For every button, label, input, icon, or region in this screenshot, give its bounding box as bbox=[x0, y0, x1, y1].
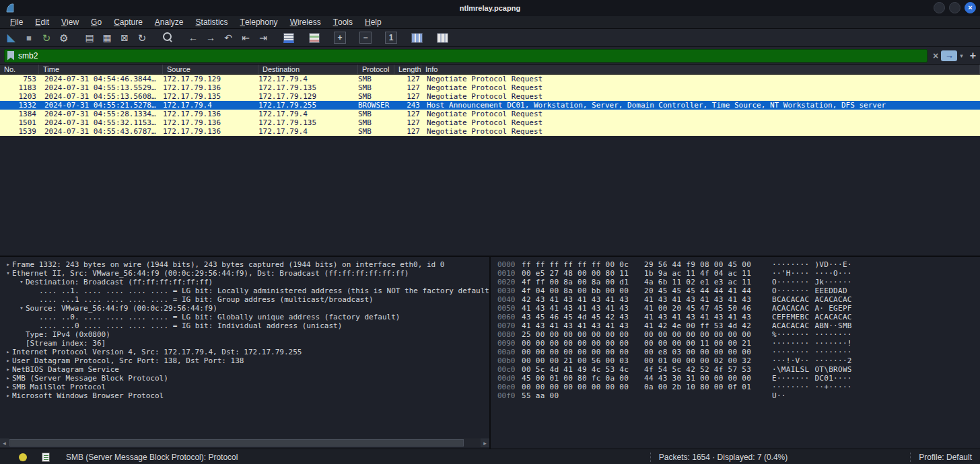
go-to-packet-icon[interactable]: ↶ bbox=[221, 30, 236, 45]
save-file-icon[interactable]: ▦ bbox=[100, 30, 114, 45]
expand-arrow-icon[interactable]: ▸ bbox=[4, 260, 12, 269]
hex-row[interactable]: 008025 00 00 00 00 00 00 0000 00 00 00 0… bbox=[497, 330, 980, 339]
go-last-packet-icon[interactable]: ⇥ bbox=[256, 30, 271, 45]
expand-arrow-icon[interactable]: ▾ bbox=[18, 278, 26, 286]
go-forward-icon[interactable]: → bbox=[203, 30, 218, 45]
detail-lg-bit-src[interactable]: .... ..0. .... .... .... .... = LG bit: … bbox=[0, 313, 489, 321]
hex-row[interactable]: 004042 43 41 43 41 43 41 4341 43 41 43 4… bbox=[497, 295, 980, 304]
menu-analyze[interactable]: Analyze bbox=[149, 16, 190, 28]
menu-file[interactable]: File bbox=[4, 16, 29, 28]
detail-frame[interactable]: ▸Frame 1332: 243 bytes on wire (1944 bit… bbox=[0, 260, 489, 269]
menu-statistics[interactable]: Statistics bbox=[190, 16, 234, 28]
zoom-in-icon[interactable]: + bbox=[334, 32, 346, 44]
detail-smb[interactable]: ▸SMB (Server Message Block Protocol) bbox=[0, 374, 489, 383]
hex-row[interactable]: 0000ff ff ff ff ff ff 00 0c29 56 44 f9 0… bbox=[497, 260, 980, 269]
filter-bookmark-icon[interactable] bbox=[7, 51, 14, 61]
apply-filter-icon[interactable]: → bbox=[941, 50, 957, 61]
find-packet-icon[interactable] bbox=[160, 30, 175, 45]
hex-row[interactable]: 00a000 00 00 00 00 00 00 0000 e8 03 00 0… bbox=[497, 348, 980, 356]
display-filter-input[interactable]: smb2 bbox=[4, 49, 928, 63]
reset-layout-icon[interactable] bbox=[435, 30, 450, 45]
column-source[interactable]: Source bbox=[163, 65, 258, 74]
column-time[interactable]: Time bbox=[39, 65, 163, 74]
auto-scroll-icon[interactable] bbox=[281, 30, 296, 45]
detail-eth-type[interactable]: Type: IPv4 (0x0800) bbox=[0, 330, 489, 339]
expand-arrow-icon[interactable]: ▸ bbox=[4, 374, 12, 383]
open-file-icon[interactable]: ▤ bbox=[82, 30, 97, 45]
start-capture-icon[interactable]: ◣ bbox=[4, 30, 19, 45]
menu-help[interactable]: Help bbox=[359, 16, 388, 28]
detail-eth-destination[interactable]: ▾Destination: Broadcast (ff:ff:ff:ff:ff:… bbox=[0, 278, 489, 286]
detail-stream-index[interactable]: [Stream index: 36] bbox=[0, 339, 489, 348]
detail-ethernet[interactable]: ▾Ethernet II, Src: VMware_56:44:f9 (00:0… bbox=[0, 269, 489, 278]
packet-row-1183[interactable]: 11832024-07-31 04:55:13.5529…172.17.79.1… bbox=[0, 83, 980, 92]
hex-row[interactable]: 00b000 00 00 21 00 56 00 0300 01 00 00 0… bbox=[497, 356, 980, 365]
filter-dropdown-caret-icon[interactable]: ▾ bbox=[960, 52, 963, 59]
resize-columns-icon[interactable] bbox=[409, 30, 424, 45]
menu-view[interactable]: View bbox=[55, 16, 85, 28]
menu-tools[interactable]: Tools bbox=[327, 16, 359, 28]
expand-arrow-icon[interactable]: ▸ bbox=[4, 356, 12, 365]
details-hscrollbar[interactable]: ◂ ▸ bbox=[0, 438, 489, 447]
hex-row[interactable]: 005041 43 41 43 41 43 41 4341 00 20 45 4… bbox=[497, 304, 980, 313]
colorize-packets-icon[interactable] bbox=[307, 30, 322, 45]
stop-capture-icon[interactable]: ■ bbox=[22, 30, 36, 45]
expand-arrow-icon[interactable]: ▾ bbox=[4, 269, 12, 278]
restart-capture-icon[interactable]: ↻ bbox=[39, 30, 54, 45]
packet-row-753[interactable]: 7532024-07-31 04:54:46.3844…172.17.79.12… bbox=[0, 75, 980, 83]
menu-telephony[interactable]: Telephony bbox=[234, 16, 284, 28]
expand-arrow-icon[interactable]: ▸ bbox=[4, 348, 12, 356]
close-file-icon[interactable]: ⊠ bbox=[117, 30, 132, 45]
capture-comment-icon[interactable] bbox=[42, 453, 50, 462]
zoom-out-icon[interactable]: − bbox=[359, 32, 372, 44]
detail-ig-bit-src[interactable]: .... ...0 .... .... .... .... = IG bit: … bbox=[0, 321, 489, 330]
close-button[interactable]: × bbox=[965, 2, 976, 13]
detail-ig-bit[interactable]: .... ...1 .... .... .... .... = IG bit: … bbox=[0, 295, 489, 304]
expand-arrow-icon[interactable]: ▸ bbox=[4, 391, 12, 400]
menu-wireless[interactable]: Wireless bbox=[284, 16, 327, 28]
capture-options-icon[interactable]: ⚙ bbox=[57, 30, 71, 45]
hex-row[interactable]: 00304f 04 00 8a 00 bb 00 0020 45 45 45 4… bbox=[497, 286, 980, 295]
go-first-packet-icon[interactable]: ⇤ bbox=[238, 30, 253, 45]
hex-row[interactable]: 00d045 00 01 00 80 fc 0a 0044 43 30 31 0… bbox=[497, 374, 980, 383]
detail-lg-bit[interactable]: .... ..1. .... .... .... .... = LG bit: … bbox=[0, 286, 489, 295]
hex-row[interactable]: 009000 00 00 00 00 00 00 0000 00 00 00 1… bbox=[497, 339, 980, 348]
packet-row-1332-selected[interactable]: 13322024-07-31 04:55:21.5278…172.17.79.4… bbox=[0, 101, 980, 110]
detail-mailslot[interactable]: ▸SMB MailSlot Protocol bbox=[0, 383, 489, 391]
clear-filter-icon[interactable]: × bbox=[933, 50, 938, 61]
expand-arrow-icon[interactable]: ▸ bbox=[4, 365, 12, 374]
scroll-right-icon[interactable]: ▸ bbox=[481, 438, 489, 447]
hex-row[interactable]: 00e000 00 00 00 00 00 00 000a 00 2b 10 8… bbox=[497, 383, 980, 391]
go-back-icon[interactable]: ← bbox=[186, 30, 201, 45]
column-no[interactable]: No. bbox=[0, 65, 39, 74]
packet-row-1384[interactable]: 13842024-07-31 04:55:28.1334…172.17.79.1… bbox=[0, 110, 980, 118]
expand-arrow-icon[interactable]: ▸ bbox=[4, 383, 12, 391]
column-length[interactable]: Length bbox=[394, 65, 421, 74]
packet-row-1539[interactable]: 15392024-07-31 04:55:43.6787…172.17.79.1… bbox=[0, 127, 980, 136]
minimize-button[interactable] bbox=[934, 2, 945, 13]
scroll-left-icon[interactable]: ◂ bbox=[0, 438, 9, 447]
column-info[interactable]: Info bbox=[421, 65, 980, 74]
hex-row[interactable]: 00f055 aa 00U·· bbox=[497, 391, 980, 400]
packet-row-1203[interactable]: 12032024-07-31 04:55:13.5608…172.17.79.1… bbox=[0, 92, 980, 101]
detail-eth-source[interactable]: ▾Source: VMware_56:44:f9 (00:0c:29:56:44… bbox=[0, 304, 489, 313]
normal-size-icon[interactable]: 1 bbox=[385, 32, 397, 44]
status-profile[interactable]: Profile: Default bbox=[919, 453, 972, 462]
hex-row[interactable]: 006043 45 46 45 4d 45 42 4341 43 41 43 4… bbox=[497, 313, 980, 321]
column-protocol[interactable]: Protocol bbox=[358, 65, 394, 74]
menu-go[interactable]: Go bbox=[85, 16, 108, 28]
detail-ipv4[interactable]: ▸Internet Protocol Version 4, Src: 172.1… bbox=[0, 348, 489, 356]
detail-browser[interactable]: ▸Microsoft Windows Browser Protocol bbox=[0, 391, 489, 400]
detail-udp[interactable]: ▸User Datagram Protocol, Src Port: 138, … bbox=[0, 356, 489, 365]
expert-info-icon[interactable] bbox=[19, 453, 27, 461]
hex-row[interactable]: 00c000 5c 4d 41 49 4c 53 4c4f 54 5c 42 5… bbox=[497, 365, 980, 374]
hex-row[interactable]: 00204f ff 00 8a 00 8a 00 d14a 6b 11 02 e… bbox=[497, 278, 980, 286]
column-destination[interactable]: Destination bbox=[258, 65, 358, 74]
maximize-button[interactable] bbox=[949, 2, 960, 13]
packet-row-1501[interactable]: 15012024-07-31 04:55:32.1153…172.17.79.1… bbox=[0, 118, 980, 127]
menu-capture[interactable]: Capture bbox=[108, 16, 149, 28]
scrollbar-thumb[interactable] bbox=[9, 439, 464, 447]
menu-edit[interactable]: Edit bbox=[29, 16, 55, 28]
hex-row[interactable]: 001000 e5 27 48 00 00 80 111b 9a ac 11 4… bbox=[497, 269, 980, 278]
add-filter-button-icon[interactable]: + bbox=[970, 50, 976, 62]
